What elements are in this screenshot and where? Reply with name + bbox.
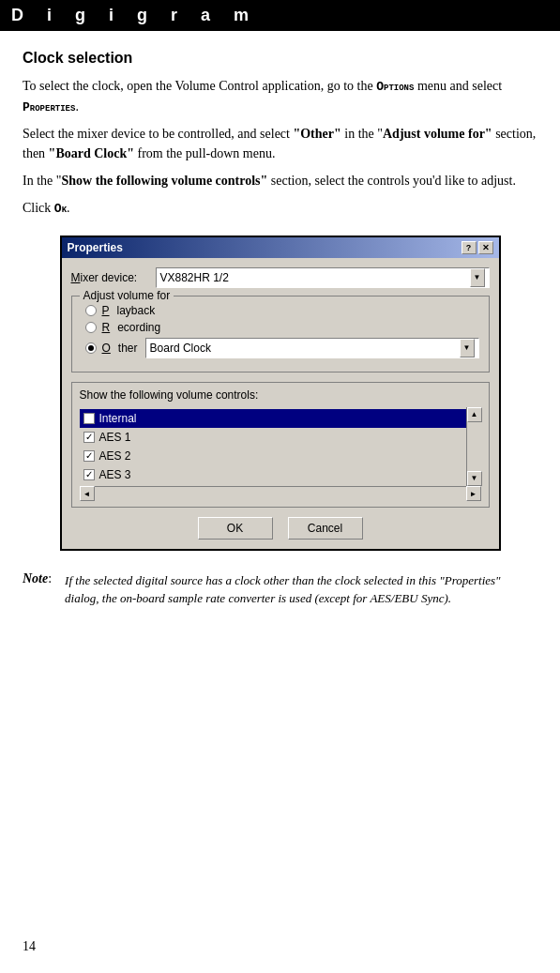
para1-text: To select the clock, open the Volume Con… <box>23 79 376 93</box>
scroll-up-button[interactable]: ▲ <box>467 407 482 422</box>
other-radio[interactable] <box>85 342 97 354</box>
hscroll-track[interactable] <box>95 487 466 501</box>
dialog-title: Properties <box>68 241 123 254</box>
main-content: Clock selection To select the clock, ope… <box>0 50 560 551</box>
dialog-wrapper: Properties ? ✕ Mixer device: <box>23 236 537 551</box>
scroll-left-icon: ◄ <box>83 490 91 498</box>
note-text: If the selected digital source has a clo… <box>65 571 537 608</box>
internal-checkbox[interactable] <box>83 413 95 424</box>
help-icon: ? <box>466 243 472 252</box>
other-dropdown-value: Board Clock <box>150 342 460 355</box>
paragraph-4: Click Ok. <box>23 198 537 219</box>
recording-radio-row[interactable]: Recording <box>82 321 479 334</box>
paragraph-2: Select the mixer device to be controlled… <box>23 124 537 163</box>
para1-end: . <box>75 99 79 114</box>
list-item[interactable]: AES 2 <box>80 447 466 465</box>
mixer-device-label: Mixer device: <box>71 271 156 284</box>
controls-group: Show the following volume controls: Inte… <box>71 382 490 508</box>
cancel-button[interactable]: Cancel <box>288 517 363 540</box>
recording-label: Recording <box>102 321 161 334</box>
close-button[interactable]: ✕ <box>478 241 493 254</box>
adjust-volume-group: Adjust volume for Playback Recording <box>71 296 490 372</box>
properties-dialog: Properties ? ✕ Mixer device: <box>60 236 501 551</box>
scroll-down-button[interactable]: ▼ <box>467 471 482 486</box>
listbox[interactable]: Internal AES 1 AES 2 <box>80 407 466 486</box>
other-arrow-icon: ▼ <box>463 343 471 352</box>
other-dropdown-arrow[interactable]: ▼ <box>460 339 475 357</box>
adjust-group-label: Adjust volume for <box>80 289 174 302</box>
paragraph-1: To select the clock, open the Volume Con… <box>23 76 537 116</box>
scroll-right-icon: ► <box>470 490 477 498</box>
other-label: Other <box>102 342 138 355</box>
list-item[interactable]: AES 3 <box>80 465 466 484</box>
note-label: Note <box>23 571 48 608</box>
para1-mid: menu and select <box>414 79 502 93</box>
options-text: Options <box>376 80 414 94</box>
dialog-buttons: OK Cancel <box>71 517 490 540</box>
scroll-right-button[interactable]: ► <box>466 486 481 501</box>
scroll-down-icon: ▼ <box>471 474 478 482</box>
listbox-with-scrollbar: Internal AES 1 AES 2 <box>80 407 481 486</box>
aes3-label: AES 3 <box>99 468 131 481</box>
playback-radio-row[interactable]: Playback <box>82 304 479 317</box>
para3-start: In the " <box>23 174 61 188</box>
close-icon: ✕ <box>482 243 490 252</box>
para2-mid: in the " <box>341 127 383 141</box>
listbox-container: Internal AES 1 AES 2 <box>80 407 481 501</box>
controls-group-label: Show the following volume controls: <box>80 388 481 402</box>
horizontal-scrollbar[interactable]: ◄ ► <box>80 486 481 501</box>
properties-text: Properties <box>23 100 75 114</box>
dropdown-arrow-icon: ▼ <box>474 273 481 281</box>
note-prefix: Note: <box>23 571 55 608</box>
para4-click: Click <box>23 201 54 215</box>
internal-label: Internal <box>99 412 137 425</box>
aes2-label: AES 2 <box>99 449 131 463</box>
aes3-checkbox[interactable] <box>83 469 95 480</box>
para3-end: section, select the controls you'd like … <box>267 174 516 188</box>
para4-period: . <box>67 201 70 215</box>
other-dropdown[interactable]: Board Clock ▼ <box>145 338 479 358</box>
title-buttons: ? ✕ <box>462 241 493 254</box>
ok-text: Ok <box>54 202 67 216</box>
mixer-device-value: VX882HR 1/2 <box>160 271 470 284</box>
ok-button[interactable]: OK <box>198 517 273 540</box>
help-button[interactable]: ? <box>462 241 477 254</box>
other-radio-row[interactable]: Other Board Clock ▼ <box>82 338 479 358</box>
scroll-track[interactable] <box>467 422 481 471</box>
header: D i g i g r a m <box>0 0 560 31</box>
playback-label: Playback <box>102 304 156 317</box>
section-title: Clock selection <box>23 50 537 67</box>
dialog-titlebar: Properties ? ✕ <box>62 237 499 258</box>
scroll-left-button[interactable]: ◄ <box>80 486 95 501</box>
para2-end: from the pull-down menu. <box>134 146 275 160</box>
mixer-device-dropdown[interactable]: VX882HR 1/2 ▼ <box>156 267 490 288</box>
playback-radio[interactable] <box>85 305 97 316</box>
dialog-body: Mixer device: VX882HR 1/2 ▼ Adjust volum… <box>62 258 499 549</box>
para2-text: Select the mixer device to be controlled… <box>23 127 293 141</box>
other-dropdown-wrapper: Board Clock ▼ <box>145 338 479 358</box>
header-title: D i g i g r a m <box>11 6 258 24</box>
board-clock-text: "Board Clock" <box>49 146 134 160</box>
aes1-checkbox[interactable] <box>83 432 95 443</box>
adjust-text: Adjust volume for" <box>383 127 492 141</box>
other-text: "Other" <box>293 127 341 141</box>
list-item[interactable]: Internal <box>80 409 466 428</box>
mixer-rest: ixer device: <box>81 271 138 284</box>
recording-radio[interactable] <box>85 322 97 333</box>
mixer-device-control: VX882HR 1/2 ▼ <box>156 267 490 288</box>
paragraph-3: In the "Show the following volume contro… <box>23 171 537 190</box>
page-number: 14 <box>23 939 36 954</box>
mixer-dropdown-arrow[interactable]: ▼ <box>470 268 485 287</box>
vertical-scrollbar[interactable]: ▲ ▼ <box>466 407 481 486</box>
aes1-label: AES 1 <box>99 431 131 444</box>
aes2-checkbox[interactable] <box>83 450 95 462</box>
show-volume-text: Show the following volume controls" <box>61 174 267 188</box>
scroll-up-icon: ▲ <box>471 410 478 418</box>
mixer-device-row: Mixer device: VX882HR 1/2 ▼ <box>71 267 490 288</box>
mixer-underline: M <box>71 271 81 284</box>
list-item[interactable]: AES 1 <box>80 428 466 447</box>
note-colon: : <box>48 571 52 608</box>
note-section: Note: If the selected digital source has… <box>0 571 560 608</box>
